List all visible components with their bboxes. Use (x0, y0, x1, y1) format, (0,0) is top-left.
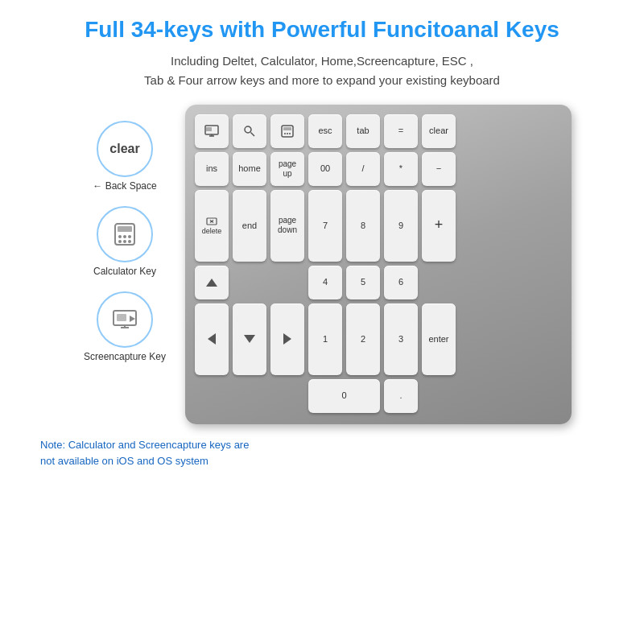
key-7[interactable]: 7 (308, 190, 342, 262)
key-pagedown[interactable]: pagedown (270, 190, 304, 262)
svg-marker-12 (130, 316, 135, 322)
svg-rect-1 (118, 226, 132, 232)
key-esc[interactable]: esc (308, 114, 342, 148)
annotation-screencapture: Screencapture Key (84, 291, 166, 362)
key-home[interactable]: home (233, 152, 266, 186)
key-00[interactable]: 00 (308, 152, 342, 186)
key-2[interactable]: 2 (346, 303, 380, 375)
keyboard-row-6: 0 . (195, 379, 562, 413)
key-tab[interactable]: tab (346, 114, 380, 148)
keyboard-row-1: esc tab = clear (195, 114, 562, 148)
svg-rect-20 (283, 127, 291, 130)
bottom-note: Note: Calculator and Screencapture keys … (24, 437, 620, 471)
page-wrapper: Full 34-keys with Powerful Funcitoanal K… (0, 0, 644, 644)
key-ins[interactable]: ins (195, 152, 229, 186)
svg-point-17 (245, 126, 251, 133)
annotation-calculator: Calculator Key (93, 206, 156, 277)
key-right-arrow[interactable] (270, 303, 304, 375)
main-title: Full 34-keys with Powerful Funcitoanal K… (85, 16, 559, 43)
key-screencap[interactable] (195, 114, 229, 148)
keyboard-row-3: delete end pagedown 7 8 9 + (195, 190, 562, 262)
svg-point-2 (118, 235, 122, 238)
backspace-label: ← Back Space (93, 180, 156, 192)
annotations-panel: clear ← Back Space (72, 105, 177, 362)
svg-point-3 (123, 235, 126, 238)
key-calc[interactable] (270, 114, 304, 148)
key-end[interactable]: end (233, 190, 266, 262)
calculator-icon (111, 221, 138, 248)
key-equals[interactable]: = (384, 114, 418, 148)
keyboard: esc tab = clear ins home pageup 00 / * − (185, 105, 572, 424)
key-pageup[interactable]: pageup (270, 152, 304, 186)
clear-label: clear (109, 142, 139, 156)
svg-point-22 (287, 133, 288, 134)
clear-circle: clear (97, 121, 153, 177)
key-search[interactable] (233, 114, 266, 148)
key-9[interactable]: 9 (384, 190, 418, 262)
content-row: clear ← Back Space (24, 105, 620, 424)
key-clear[interactable]: clear (422, 114, 456, 148)
svg-rect-11 (117, 314, 126, 321)
svg-point-6 (123, 240, 126, 243)
key-slash[interactable]: / (346, 152, 380, 186)
screencapture-circle (97, 291, 153, 348)
key-plus[interactable]: + (422, 190, 456, 262)
svg-point-4 (128, 235, 131, 238)
key-delete[interactable]: delete (195, 190, 229, 262)
svg-point-21 (284, 133, 286, 134)
key-up-arrow[interactable] (195, 266, 229, 299)
key-period[interactable]: . (384, 379, 418, 413)
keyboard-row-2: ins home pageup 00 / * − (195, 152, 562, 186)
screencapture-key-label: Screencapture Key (84, 351, 166, 362)
keyboard-row-4: 4 5 6 (195, 266, 562, 299)
key-left-arrow[interactable] (195, 303, 229, 375)
key-minus[interactable]: − (422, 152, 456, 186)
key-4[interactable]: 4 (308, 266, 342, 299)
svg-point-7 (128, 240, 131, 243)
key-0[interactable]: 0 (308, 379, 380, 413)
key-down-arrow[interactable] (233, 303, 266, 375)
key-3[interactable]: 3 (384, 303, 418, 375)
svg-point-23 (289, 133, 291, 134)
svg-point-5 (118, 240, 122, 243)
svg-line-18 (251, 132, 255, 136)
calculator-circle (97, 206, 153, 262)
calculator-key-label: Calculator Key (93, 266, 156, 277)
subtitle: Including Deltet, Calculator, Home,Scree… (144, 52, 500, 90)
screencapture-icon (111, 306, 138, 333)
key-enter[interactable]: enter (422, 303, 456, 375)
key-8[interactable]: 8 (346, 190, 380, 262)
key-1[interactable]: 1 (308, 303, 342, 375)
key-asterisk[interactable]: * (384, 152, 418, 186)
annotation-clear: clear ← Back Space (93, 121, 156, 192)
svg-rect-16 (206, 127, 212, 131)
key-5[interactable]: 5 (346, 266, 380, 299)
key-6[interactable]: 6 (384, 266, 418, 299)
keyboard-row-5: 1 2 3 enter (195, 303, 562, 375)
